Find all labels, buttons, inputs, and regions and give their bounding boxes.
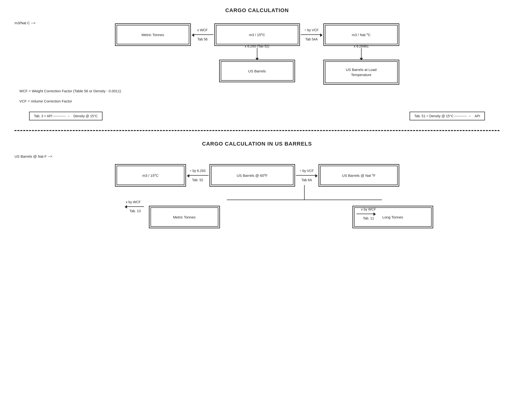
us-barrels-load-label: US Barrels at LoadTemperature (346, 67, 377, 77)
arrow-628981-label: x 6.28981 (354, 44, 369, 48)
tab51-value: API (474, 114, 480, 118)
arrow-line-vcf-s2 (296, 175, 315, 176)
arrowhead-right-long (373, 212, 376, 216)
tab11-label: Tab. 11 (363, 216, 374, 220)
arrowhead-left-metric (125, 204, 127, 209)
m3-15c-label: m3 / 15oC (249, 32, 265, 37)
metric-tonnes-col: x by WCF Tab. 13 (83, 200, 150, 213)
arrow-xwcf-left-label: x by WCF (126, 200, 141, 204)
right-down-col: x 6.28981 US Barrels at LoadTemperature (325, 44, 398, 83)
center-down-s2 (263, 185, 346, 200)
formula-text: WCF = Weight Correction Factor (Table 56… (19, 87, 499, 105)
center-col-top: m3 / 15oC (216, 25, 298, 44)
box-us-barrels-60f: US Barrels @ 60oF (211, 166, 293, 185)
section2: CARGO CALCULATION IN US BARRELS US Barre… (15, 141, 499, 227)
arrow-down-line-s2 (304, 185, 305, 200)
box-us-barrels-nat-f: US Barrels @ Nat oF (320, 166, 398, 185)
arrowhead-right-vcf-s2 (315, 173, 318, 177)
right-down-arrow: x by WCF Tab. 11 (354, 207, 378, 220)
arrow-line-wcf (194, 34, 214, 35)
tab3-value: Density @ 15°C (73, 114, 98, 118)
m3-nat-c-label: m3 / Nat oC (352, 32, 371, 37)
arrow-down-line-628981 (361, 48, 362, 58)
us-barrels-60f-label: US Barrels @ 60oF (237, 173, 268, 178)
center-down-col: x 6.293 (Tab 52) US Barrels (216, 44, 298, 81)
arrow-vcf-right: ÷ by VCF Tab 54A (301, 28, 323, 41)
h-split-line (227, 200, 382, 200)
box-metric-tonnes-s2: Metric Tonnes (150, 207, 218, 227)
section1-title: CARGO CALCULATION (15, 7, 499, 14)
box-m3-15c-s2: m3 / 15oC (117, 166, 184, 185)
dashed-divider (15, 130, 499, 131)
box-metric-tonnes-top: Metric Tonnes (117, 25, 189, 44)
arrow-line-vcf (301, 34, 320, 35)
box-us-barrels-load: US Barrels at LoadTemperature (325, 61, 398, 83)
arrow-div6293-left: ÷ by 6.293 Tab. 52 (187, 169, 209, 182)
formula1: WCF = Weight Correction Factor (Table 56… (19, 87, 499, 95)
tab3-box: Tab. 3 = API ----------- → Density @ 15°… (29, 112, 103, 120)
box-us-barrels: US Barrels (221, 61, 293, 81)
tab51-label: Tab. 51 = Density @ 15°C ----------- → (414, 114, 471, 118)
tab13-label: Tab. 13 (130, 209, 141, 213)
us-barrels-nat-f-label: US Barrels @ Nat oF (342, 173, 375, 178)
tab51-box: Tab. 51 = Density @ 15°C ----------- → A… (410, 112, 485, 120)
arrow-xwcf-right-label: x by WCF (361, 207, 376, 211)
box-m3-15c: m3 / 15oC (216, 25, 298, 44)
arrow-down-line-6293 (257, 48, 257, 58)
arrow-vcf-right-s2: ÷ by VCF Tab 6A (296, 169, 318, 182)
m3-15c-s2-label: m3 / 15oC (142, 173, 158, 178)
arrowhead-down-6293 (255, 58, 259, 60)
arrow-6293-label: x 6.293 (Tab 52) (245, 44, 269, 48)
section1: CARGO CALCULATION m3/Nat C --> Metric To… (15, 7, 499, 120)
arrow-line-div6293 (189, 175, 209, 176)
section2-title: CARGO CALCULATION IN US BARRELS (15, 141, 499, 147)
left-down-arrow: x by WCF Tab. 13 (83, 200, 150, 213)
tab3-label: Tab. 3 = API ----------- → (34, 114, 70, 118)
center-col-s2: US Barrels @ 60oF (211, 166, 293, 185)
formula2: VCF = Volume Correction Factor (19, 98, 499, 105)
box-m3-nat-c: m3 / Nat oC (325, 25, 398, 44)
arrowhead-down-628981 (360, 58, 363, 60)
arrow-line-long (356, 214, 373, 214)
arrowhead-left-div6293 (187, 173, 189, 177)
arrow-line-metric (127, 206, 144, 207)
arrow-wcf-left: x WCF Tab 56 (192, 28, 214, 41)
split-line (227, 200, 382, 200)
arrowhead-right-vcf (320, 32, 323, 37)
tab-row: Tab. 3 = API ----------- → Density @ 15°… (15, 112, 499, 120)
arrowhead-left-wcf (192, 32, 194, 37)
